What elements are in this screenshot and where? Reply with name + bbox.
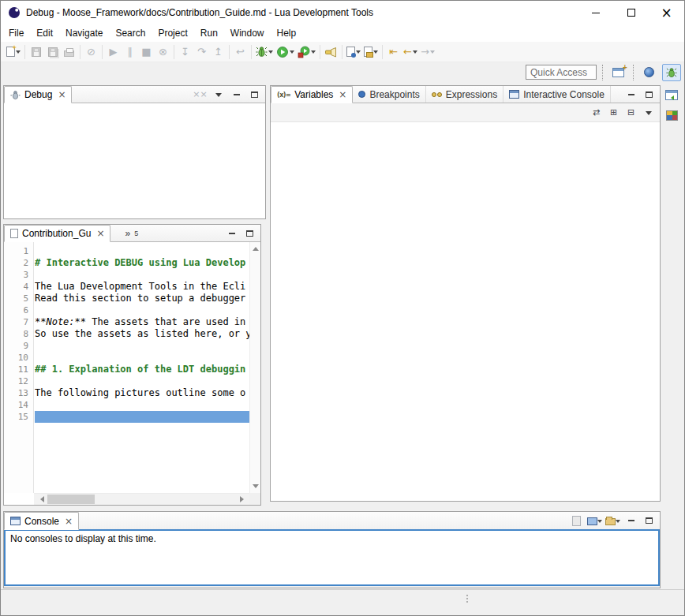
new-lua-project-button[interactable] [362,43,380,61]
view-menu-button[interactable] [641,106,656,120]
chevron-down-icon [311,50,316,56]
remove-all-terminated-button[interactable]: ×× [193,88,208,102]
minimize-view-button[interactable] [623,513,638,528]
skip-all-breakpoints-button[interactable]: ⊘ [83,43,99,61]
drop-to-frame-button[interactable]: ↩ [232,43,249,61]
debug-view-content[interactable] [4,103,265,218]
tab-contribution-guide[interactable]: Contribution_Gu × [4,225,110,242]
open-search-button[interactable] [323,43,339,61]
suspend-button[interactable]: ∥ [122,43,138,61]
disconnect-button[interactable]: ⊗ [155,43,171,61]
terminate-button[interactable]: ■ [138,43,155,61]
code-line[interactable]: The following pictures outline some o [35,387,249,399]
run-button[interactable] [275,43,296,61]
close-window-button[interactable]: × [649,1,684,24]
tab-expressions[interactable]: Expressions [426,86,503,103]
menu-file[interactable]: File [2,25,30,41]
step-return-button[interactable]: ↥ [210,43,226,61]
code-line[interactable] [35,340,249,352]
code-line[interactable] [35,399,249,411]
maximize-view-button[interactable] [642,88,657,102]
minimize-view-button[interactable] [224,226,239,241]
code-line[interactable]: So use the assets as listed here, or y [35,328,249,340]
code-line[interactable]: The Lua Development Tools in the Ecli [35,281,249,293]
restore-minimized-view-button[interactable] [664,88,679,102]
code-line[interactable] [35,245,249,257]
minimize-window-button[interactable] [578,1,613,24]
open-perspective-button[interactable] [608,64,627,81]
horizontal-sash[interactable] [3,219,266,224]
save-button[interactable] [28,43,44,61]
selected-line[interactable] [35,411,249,423]
code-area[interactable]: # Interactive DEBUG using Lua Develop Th… [35,242,249,493]
tab-breakpoints[interactable]: Breakpoints [353,86,425,103]
quick-access-input[interactable] [526,65,597,80]
scroll-down-button[interactable] [250,483,260,493]
close-tab-icon[interactable]: × [96,229,104,238]
new-lua-file-button[interactable] [345,43,362,61]
maximize-view-button[interactable] [642,513,657,528]
lua-perspective-button[interactable] [639,64,658,81]
menu-project[interactable]: Project [152,25,193,41]
menu-edit[interactable]: Edit [30,25,59,41]
line-number-gutter[interactable]: 1 2 3 4 5 6 7 8 9 10 11 12 13 14 15 [4,242,34,493]
close-tab-icon[interactable]: × [339,90,346,99]
new-wizard-button[interactable] [5,43,22,61]
code-line[interactable]: ## 1. Explanation of the LDT debuggin [35,364,249,375]
forward-arrow-icon: → [421,47,429,57]
menu-run[interactable]: Run [194,25,224,41]
view-menu-button[interactable] [211,88,226,102]
menu-search[interactable]: Search [109,25,152,41]
collapse-all-button[interactable]: ⊟ [623,106,638,120]
code-line[interactable] [35,352,249,364]
code-line[interactable]: **Note:** The assets that are used in [35,316,249,328]
new-lua-project-icon [364,47,372,57]
menu-navigate[interactable]: Navigate [59,25,109,41]
close-tab-icon[interactable]: × [58,90,66,99]
code-line[interactable] [35,375,249,387]
expand-all-button[interactable]: ⊞ [606,106,621,120]
clear-console-button[interactable] [569,513,584,528]
step-over-button[interactable]: ↷ [193,43,210,61]
last-edit-location-button[interactable]: ⇤ [385,43,402,61]
scroll-up-button[interactable] [250,242,260,252]
code-line[interactable] [35,269,249,281]
forward-button[interactable]: → [419,43,436,61]
minimized-view-button[interactable] [664,108,679,122]
back-button[interactable]: ← [402,43,419,61]
maximize-view-button[interactable] [242,226,257,241]
vertical-sash[interactable] [266,85,270,502]
horizontal-sash[interactable] [3,502,661,511]
close-tab-icon[interactable]: × [65,517,73,526]
vertical-scrollbar[interactable] [249,242,260,493]
sash-handle[interactable] [466,595,468,603]
minimize-view-button[interactable] [229,88,244,102]
chevron-icon: » [125,228,130,239]
menu-window[interactable]: Window [224,25,271,41]
console-content[interactable]: No consoles to display at this time. [4,529,660,586]
show-logical-structures-button[interactable]: ⇄ [589,106,604,120]
code-line[interactable]: # Interactive DEBUG using Lua Develop [35,257,249,269]
tab-console[interactable]: Console × [4,512,79,530]
save-all-button[interactable] [44,43,61,61]
tab-variables[interactable]: (x)= Variables × [271,86,353,103]
hidden-editors-indicator[interactable]: »5 [122,225,141,241]
print-button[interactable] [61,43,77,61]
tab-interactive-console[interactable]: Interactive Console [503,86,611,103]
debug-button[interactable] [254,43,275,61]
step-into-button[interactable]: ↧ [177,43,193,61]
debug-perspective-button[interactable] [662,64,681,81]
display-selected-console-button[interactable] [587,513,602,528]
open-console-button[interactable] [605,513,620,528]
menu-help[interactable]: Help [271,25,303,41]
tab-debug[interactable]: Debug × [4,86,72,103]
maximize-view-button[interactable] [247,88,262,102]
resume-button[interactable]: ▶ [105,43,122,61]
minimize-view-button[interactable] [623,88,638,102]
minimize-icon [229,233,235,234]
code-line[interactable] [35,304,249,316]
maximize-window-button[interactable] [613,1,649,24]
external-tools-button[interactable] [296,43,317,61]
code-line[interactable]: Read this section to setup a debugger [35,293,249,304]
variables-view-content[interactable] [271,122,660,501]
